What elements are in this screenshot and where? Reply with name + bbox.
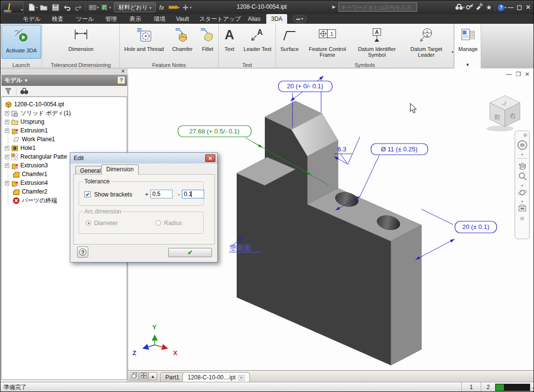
- tab-getstarted[interactable]: スタートアップ: [194, 14, 246, 24]
- save-button[interactable]: [49, 2, 61, 12]
- navbar-close-icon[interactable]: ⊗: [515, 132, 529, 138]
- browser-header[interactable]: モデル ▼ ?: [1, 75, 127, 86]
- tree-item-end-of-part[interactable]: パーツの終端: [13, 196, 57, 205]
- look-at-button[interactable]: [515, 204, 529, 214]
- diameter-radio[interactable]: [86, 220, 91, 226]
- close-button[interactable]: ✕: [524, 4, 533, 11]
- chevron-down-icon[interactable]: ▾: [190, 5, 192, 10]
- plus-tolerance-input[interactable]: [150, 190, 173, 198]
- minus-tolerance-input[interactable]: [182, 190, 204, 198]
- minimize-button[interactable]: —: [506, 4, 515, 11]
- chevron-down-icon[interactable]: ▾: [515, 183, 529, 188]
- tab-vault[interactable]: Vault: [171, 14, 194, 24]
- feature-control-frame-button[interactable]: .1 Feature ControlFrame: [303, 25, 352, 60]
- expander-icon[interactable]: +: [5, 129, 9, 133]
- leader-text-button[interactable]: A Leader Text: [240, 25, 275, 60]
- text-button[interactable]: A Text: [220, 25, 239, 60]
- hole-and-thread-button[interactable]: Hole and Thread: [121, 25, 167, 60]
- datum-target-leader-button[interactable]: 1 A Datum TargetLeader ▾: [402, 25, 451, 60]
- tree-item-solid-bodies[interactable]: + ソリッド ボディ(1): [5, 109, 71, 117]
- tab-manage[interactable]: 管理: [100, 14, 122, 24]
- chevron-down-icon[interactable]: ▾: [515, 199, 529, 204]
- tab-part1[interactable]: Part1: [160, 372, 185, 382]
- expander-icon[interactable]: +: [5, 146, 9, 150]
- fillet-note-button[interactable]: Fillet: [197, 25, 218, 60]
- search-input[interactable]: [339, 2, 417, 12]
- tree-item-hole1[interactable]: + Hole1: [5, 144, 35, 152]
- parameters-button[interactable]: fx: [156, 2, 167, 12]
- tab-tools[interactable]: ツール: [71, 14, 99, 24]
- favorites-button[interactable]: ★: [484, 3, 494, 11]
- tree-item-root[interactable]: 1208-C-10-0054.ipt: [5, 100, 64, 109]
- doc-restore-button[interactable]: ❐: [516, 71, 521, 78]
- tab-3da[interactable]: 3DA: [266, 14, 287, 24]
- tab-dimension[interactable]: Dimension: [101, 164, 139, 175]
- a360-drawer-button[interactable]: ▬ ▾: [292, 15, 307, 23]
- radius-radio[interactable]: [156, 220, 161, 226]
- undo-button[interactable]: [61, 2, 73, 12]
- expander-icon[interactable]: +: [5, 163, 9, 168]
- expander-icon[interactable]: +: [5, 111, 9, 115]
- chamfer-note-button[interactable]: Chamfer: [168, 25, 196, 60]
- tab-document[interactable]: 1208-C-10-00…ipt✕: [182, 372, 250, 382]
- tab-environments[interactable]: 環境: [149, 14, 170, 24]
- tree-item-extrusion3[interactable]: + Extrusion3: [5, 161, 48, 170]
- tab-model[interactable]: モデル: [18, 14, 46, 24]
- part-geometry[interactable]: [237, 101, 421, 365]
- material-dropdown[interactable]: 材料どおり ▾: [114, 2, 156, 12]
- tab-view[interactable]: 表示: [125, 14, 146, 24]
- dimension-value[interactable]: Ø 11 (± 0.25): [381, 146, 418, 153]
- cascade-windows-button[interactable]: [130, 372, 139, 380]
- chevron-down-icon[interactable]: ▾: [515, 152, 529, 157]
- tree-item-chamfer2[interactable]: Chamfer2: [13, 187, 48, 196]
- surface-button[interactable]: Surface: [277, 25, 302, 60]
- dimension-button[interactable]: Dimension: [62, 25, 100, 60]
- restore-button[interactable]: ▢: [515, 4, 524, 11]
- activate-3da-button[interactable]: Activate 3DA: [1, 25, 41, 59]
- tab-close-icon[interactable]: ✕: [238, 375, 245, 381]
- tree-item-ursprung[interactable]: + Ursprung: [5, 117, 44, 126]
- manage-panel-chevron[interactable]: ▾: [454, 62, 481, 68]
- browser-help-icon[interactable]: ?: [117, 76, 125, 84]
- view-cube[interactable]: 上 前 右: [486, 96, 520, 131]
- doc-minimize-button[interactable]: —: [506, 71, 512, 78]
- close-panel-icon[interactable]: ✕: [121, 68, 125, 74]
- open-button[interactable]: [38, 2, 49, 12]
- paint-surface-label[interactable]: 塗装面: [229, 244, 251, 252]
- dialog-help-button[interactable]: ?: [77, 246, 88, 258]
- roughness-value[interactable]: 6.3: [338, 146, 346, 153]
- expander-icon[interactable]: +: [5, 155, 9, 159]
- expander-icon[interactable]: +: [5, 120, 9, 124]
- resize-grip[interactable]: [529, 387, 534, 392]
- browser-grip[interactable]: ✕: [0, 68, 128, 75]
- zoom-button[interactable]: [515, 172, 529, 183]
- datum-identifier-button[interactable]: A Datum IdentifierSymbol: [353, 25, 401, 60]
- manage-button[interactable]: Manage: [454, 25, 482, 60]
- tree-item-workplane[interactable]: Work Plane1: [13, 135, 55, 144]
- part-end-face[interactable]: [391, 225, 421, 365]
- tree-item-chamfer1[interactable]: Chamfer1: [13, 170, 48, 179]
- redo-button[interactable]: [73, 2, 84, 12]
- expand-tabs-button[interactable]: ▲: [148, 372, 157, 380]
- tab-inspect[interactable]: 検査: [47, 14, 68, 24]
- show-brackets-checkbox[interactable]: ✔: [84, 191, 91, 197]
- dialog-titlebar[interactable]: Edit ✕: [70, 153, 217, 163]
- find-icon[interactable]: [20, 87, 29, 95]
- tree-item-extrusion4[interactable]: + Extrusion4: [5, 179, 48, 187]
- communication-center-button[interactable]: [474, 3, 484, 12]
- chevron-down-icon[interactable]: ▾: [452, 50, 453, 54]
- dimension-value[interactable]: 27.68 (+ 0.5/- 0.1): [189, 128, 240, 135]
- sign-in-button[interactable]: [465, 3, 474, 12]
- dialog-close-button[interactable]: ✕: [205, 154, 215, 162]
- orbit-button[interactable]: [515, 188, 529, 199]
- steering-wheel-button[interactable]: [515, 140, 529, 152]
- expander-icon[interactable]: +: [5, 181, 9, 185]
- chevron-down-icon[interactable]: ▾: [109, 5, 111, 10]
- app-logo[interactable]: I PRO ▾: [1, 1, 24, 14]
- tree-item-extrusion1[interactable]: + Extrusion1: [5, 126, 48, 135]
- doc-close-button[interactable]: ✕: [525, 71, 530, 78]
- navbar-collapse-icon[interactable]: ⊖: [515, 215, 529, 222]
- dialog-ok-button[interactable]: ✔: [168, 248, 212, 257]
- pan-button[interactable]: [515, 160, 529, 172]
- dimension-value[interactable]: 20 (+ 0/- 0.1): [287, 82, 324, 90]
